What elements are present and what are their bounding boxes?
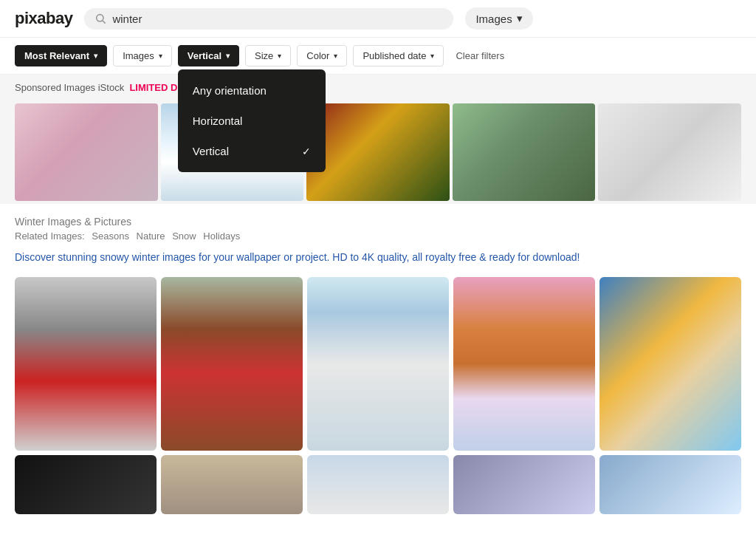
sponsored-image-4[interactable] [306,103,450,201]
chevron-down-icon: ▾ [517,12,523,25]
section-description: Discover stunning snowy winter images fo… [15,250,741,265]
grid-item-cottage[interactable] [307,277,449,451]
search-input[interactable] [112,13,443,25]
orientation-dropdown: Any orientation Horizontal Vertical ✓ [178,69,326,172]
sponsored-image-5[interactable] [453,103,596,201]
search-icon [94,13,106,24]
media-type-label: Images [475,13,512,25]
related-link-holidays[interactable]: Holidays [203,230,240,242]
related-link-seasons[interactable]: Seasons [92,230,129,242]
search-bar [84,8,453,30]
orientation-option-any[interactable]: Any orientation [178,75,326,106]
orientation-option-horizontal[interactable]: Horizontal [178,106,326,136]
orientation-filter-wrapper: Vertical ▾ Any orientation Horizontal Ve… [178,45,239,66]
chevron-down-icon: ▾ [226,52,230,60]
related-link-nature[interactable]: Nature [137,230,165,242]
sponsored-text: Sponsored Images iStock [15,82,124,93]
main-content: Winter Images & Pictures Related Images:… [0,204,756,526]
chevron-down-icon: ▾ [94,52,97,60]
grid-item-skaters[interactable] [599,277,741,451]
image-grid-bottom [15,455,741,514]
sponsored-images-row [0,100,756,204]
grid-item-dark[interactable] [15,455,157,514]
images-filter[interactable]: Images ▾ [113,45,172,66]
sponsored-image-1[interactable] [15,103,158,201]
chevron-down-icon: ▾ [159,52,162,60]
section-title: Winter Images & Pictures [15,216,741,228]
size-filter[interactable]: Size ▾ [245,45,291,66]
svg-line-1 [103,21,106,24]
header: pixabay Images ▾ [0,0,756,38]
published-date-filter[interactable]: Published date ▾ [353,45,444,66]
logo[interactable]: pixabay [15,9,72,28]
color-filter[interactable]: Color ▾ [297,45,347,66]
relevance-filter[interactable]: Most Relevant ▾ [15,45,107,66]
related-link-snow[interactable]: Snow [172,230,196,242]
orientation-filter[interactable]: Vertical ▾ [178,45,239,66]
chevron-down-icon: ▾ [278,52,281,60]
grid-item-winter4[interactable] [453,455,595,514]
grid-item-winter5[interactable] [599,455,741,514]
filter-bar: Most Relevant ▾ Images ▾ Vertical ▾ Any … [0,38,756,75]
media-type-selector[interactable]: Images ▾ [465,7,532,30]
sponsored-image-6[interactable] [598,103,741,201]
grid-item-girl-red[interactable] [161,277,303,451]
chevron-down-icon: ▾ [334,52,337,60]
clear-filters-button[interactable]: Clear filters [453,46,507,66]
orientation-option-vertical[interactable]: Vertical ✓ [178,136,326,166]
sponsored-banner: Sponsored Images iStock LIMITED DEAL: Ge… [0,75,756,100]
image-grid [15,277,741,451]
svg-point-0 [97,15,103,21]
chevron-down-icon: ▾ [430,52,434,60]
related-images: Related Images: Seasons Nature Snow Holi… [15,230,741,242]
grid-item-winter3[interactable] [307,455,449,514]
grid-item-sunset[interactable] [453,277,595,451]
grid-item-blonde[interactable] [161,455,303,514]
grid-item-tram[interactable] [15,277,157,451]
